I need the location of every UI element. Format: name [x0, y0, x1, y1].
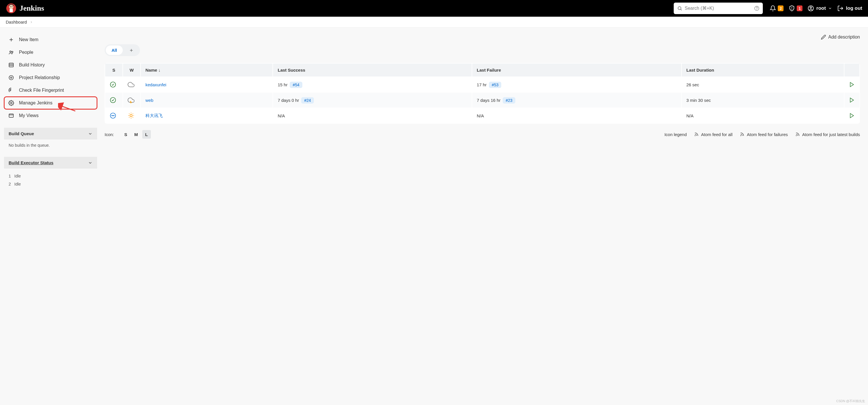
svg-marker-30: [850, 83, 854, 87]
svg-rect-2: [9, 9, 13, 12]
add-description-button[interactable]: Add description: [104, 34, 860, 40]
last-failure-cell: N/A: [472, 108, 681, 123]
sidebar-item-label: Project Relationship: [19, 75, 60, 80]
alerts-button[interactable]: 1: [789, 5, 803, 11]
sidebar-item-new-item[interactable]: New Item: [4, 33, 97, 46]
weather-cell: [123, 77, 140, 92]
tab-add[interactable]: [124, 46, 139, 55]
build-queue-panel: Build Queue No builds in the queue.: [4, 128, 97, 151]
svg-marker-46: [850, 114, 854, 118]
icon-legend-link[interactable]: Icon legend: [664, 132, 687, 137]
job-link[interactable]: web: [146, 98, 153, 103]
job-link[interactable]: 科大讯飞: [146, 113, 163, 118]
sidebar-item-my-views[interactable]: My Views: [4, 109, 97, 122]
sidebar-item-label: Check File Fingerprint: [19, 88, 64, 93]
build-badge[interactable]: #23: [503, 97, 515, 104]
search-input[interactable]: [685, 6, 752, 11]
sidebar-item-label: People: [19, 50, 33, 55]
help-icon[interactable]: [754, 6, 760, 11]
col-last-failure[interactable]: Last Failure: [472, 64, 681, 77]
app-name: Jenkins: [20, 4, 44, 13]
icon-size-m[interactable]: M: [132, 130, 141, 139]
search-box[interactable]: [674, 3, 763, 14]
alert-badge: 1: [797, 5, 803, 11]
user-icon: [808, 5, 814, 11]
executor-row: 2Idle: [9, 180, 93, 188]
svg-point-48: [741, 136, 741, 136]
run-button[interactable]: [844, 77, 859, 92]
svg-point-36: [114, 115, 114, 116]
svg-point-35: [113, 115, 113, 116]
svg-point-1: [9, 5, 13, 9]
col-last-duration[interactable]: Last Duration: [682, 64, 844, 77]
col-weather[interactable]: W: [123, 64, 140, 77]
svg-point-23: [11, 103, 12, 104]
last-success-cell: 7 days 0 hr#24: [273, 93, 472, 108]
icon-size-s[interactable]: S: [122, 130, 130, 139]
svg-point-49: [796, 136, 797, 136]
panel-title: Build Queue: [9, 131, 34, 136]
status-cell: [105, 93, 122, 108]
plus-icon: [129, 48, 134, 53]
duration-cell: 26 sec: [682, 77, 844, 92]
user-menu[interactable]: root: [808, 5, 832, 11]
svg-line-41: [133, 117, 133, 118]
build-badge[interactable]: #54: [290, 82, 302, 88]
breadcrumb-item[interactable]: Dashboard: [6, 20, 27, 25]
build-queue-body: No builds in the queue.: [4, 140, 97, 151]
chevron-right-icon: [30, 21, 33, 24]
rss-icon: [795, 132, 800, 137]
executor-row: 1Idle: [9, 172, 93, 180]
job-link[interactable]: kedaxunfei: [146, 82, 166, 87]
logout-icon: [837, 5, 843, 11]
table-footer: Icon: SML Icon legend Atom feed for all …: [104, 130, 860, 139]
build-badge[interactable]: #24: [301, 97, 314, 104]
svg-point-17: [12, 51, 13, 52]
build-badge[interactable]: #53: [489, 82, 501, 88]
run-button[interactable]: [844, 108, 859, 123]
icon-size-l[interactable]: L: [142, 130, 151, 139]
breadcrumb: Dashboard: [0, 17, 868, 28]
duration-cell: N/A: [682, 108, 844, 123]
people-icon: [8, 49, 14, 56]
logout-button[interactable]: log out: [837, 5, 862, 11]
svg-point-22: [11, 77, 12, 79]
executor-panel: Build Executor Status 1Idle 2Idle: [4, 157, 97, 192]
feed-all-link[interactable]: Atom feed for all: [694, 132, 732, 137]
logo[interactable]: Jenkins: [6, 3, 44, 14]
plus-icon: [8, 36, 14, 43]
run-button[interactable]: [844, 93, 859, 108]
edit-icon: [821, 34, 826, 40]
col-status[interactable]: S: [105, 64, 122, 77]
svg-line-45: [133, 114, 133, 114]
executor-header[interactable]: Build Executor Status: [4, 157, 97, 169]
sidebar-item-build-history[interactable]: Build History: [4, 59, 97, 71]
notif-badge: 2: [778, 5, 783, 11]
col-last-success[interactable]: Last Success: [273, 64, 472, 77]
svg-point-10: [792, 9, 792, 9]
build-queue-header[interactable]: Build Queue: [4, 128, 97, 140]
svg-point-3: [10, 6, 11, 7]
svg-point-29: [111, 82, 116, 87]
svg-line-6: [681, 9, 682, 10]
feed-failures-link[interactable]: Atom feed for failures: [740, 132, 788, 137]
tab-all[interactable]: All: [106, 46, 123, 55]
svg-rect-24: [9, 114, 13, 117]
sidebar-item-people[interactable]: People: [4, 46, 97, 59]
rss-icon: [694, 132, 699, 137]
sidebar-item-manage-jenkins[interactable]: Manage Jenkins: [4, 97, 97, 109]
notifications-button[interactable]: 2: [770, 5, 783, 11]
duration-cell: 3 min 30 sec: [682, 93, 844, 108]
col-name[interactable]: Name ↓: [141, 64, 273, 77]
sidebar-item-project-relationship[interactable]: Project Relationship: [4, 71, 97, 84]
sidebar-item-fingerprint[interactable]: Check File Fingerprint: [4, 84, 97, 97]
svg-point-5: [678, 7, 681, 10]
sidebar-item-label: New Item: [19, 37, 38, 42]
search-icon: [677, 6, 682, 11]
table-row: web 7 days 0 hr#24 7 days 16 hr#23 3 min…: [105, 93, 859, 108]
svg-point-4: [11, 6, 12, 7]
sidebar-item-label: My Views: [19, 113, 38, 118]
weather-cell: [123, 108, 140, 123]
feed-latest-link[interactable]: Atom feed for just latest builds: [795, 132, 860, 137]
main-content: Add description All S W Name ↓ Last Succ…: [101, 28, 868, 197]
